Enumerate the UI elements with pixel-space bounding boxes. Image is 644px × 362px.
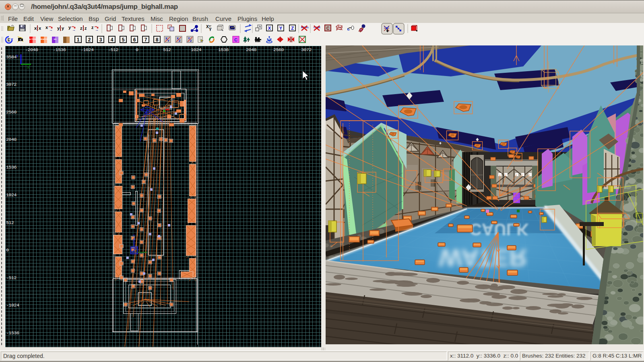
svg-text:X: X [206, 25, 209, 29]
svg-text:→: → [72, 28, 76, 32]
svg-text:6: 6 [133, 37, 136, 43]
svg-text:E: E [8, 38, 10, 42]
svg-text:X: X [268, 26, 271, 31]
svg-text:Y: Y [167, 39, 169, 42]
svg-text:Z: Z [190, 39, 192, 42]
svg-text:3: 3 [99, 37, 102, 43]
svg-text:E: E [268, 37, 270, 41]
svg-text:Z: Z [291, 26, 294, 31]
svg-text:Z: Z [179, 39, 181, 42]
svg-text:x: x [39, 26, 41, 31]
svg-text:4: 4 [111, 37, 114, 43]
svg-text:y: y [68, 25, 71, 30]
svg-text:Y: Y [133, 234, 135, 238]
svg-text:2: 2 [88, 37, 91, 43]
svg-text:CAULK: CAULK [470, 220, 529, 239]
svg-text:C: C [234, 37, 237, 42]
svg-text:MD: MD [54, 38, 57, 40]
svg-text:Y: Y [279, 26, 283, 31]
svg-text:→: → [49, 28, 53, 32]
svg-text:WEAPON: WEAPON [40, 38, 48, 40]
svg-text:z: z [91, 25, 94, 30]
svg-text:1: 1 [77, 37, 80, 43]
svg-text:z: z [80, 26, 83, 31]
svg-text:x: x [45, 25, 48, 30]
svg-text:ACTION: ACTION [29, 38, 36, 40]
svg-text:7: 7 [144, 37, 147, 43]
svg-text:→: → [95, 28, 99, 32]
svg-text:Y: Y [209, 27, 212, 32]
svg-text:y: y [57, 26, 60, 31]
svg-text:x: x [34, 26, 37, 31]
svg-text:y: y [62, 26, 64, 31]
svg-text:z: z [85, 26, 87, 31]
svg-text:8: 8 [156, 37, 159, 43]
svg-text:5: 5 [122, 37, 125, 43]
svg-text:C: C [326, 26, 329, 31]
